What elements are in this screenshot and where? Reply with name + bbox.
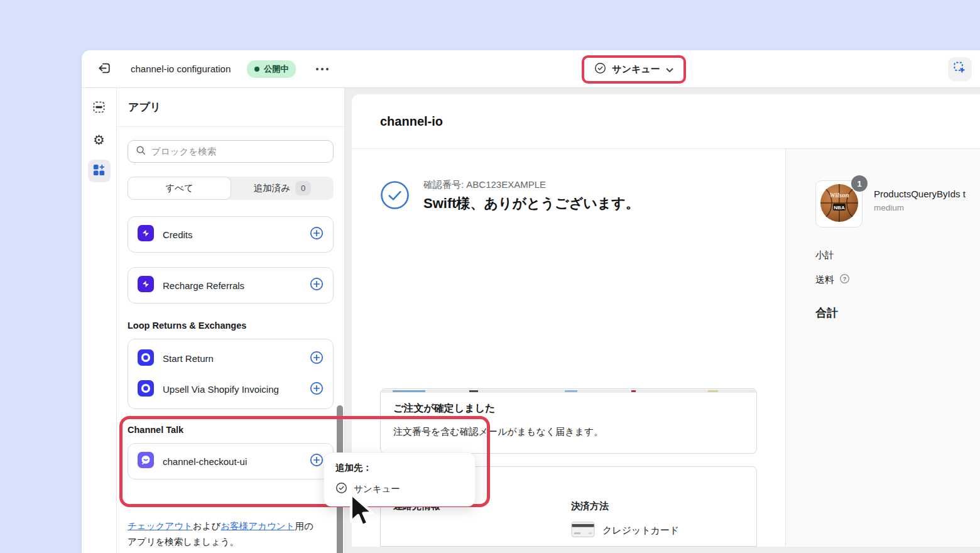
checkout-link[interactable]: チェックアウト (128, 521, 193, 531)
block-card-channel: channel-checkout-ui (128, 443, 334, 479)
recharge-app-icon (138, 276, 154, 295)
payment-method-heading: 決済方法 (571, 500, 609, 512)
block-label: channel-checkout-ui (163, 456, 301, 467)
subtotal-row: 小計 (815, 249, 834, 261)
shipping-row: 送料 ? (815, 273, 850, 286)
add-block-icon[interactable] (310, 351, 324, 367)
channel-talk-app-icon (138, 452, 154, 471)
add-block-icon[interactable] (310, 381, 324, 398)
block-label: Credits (163, 229, 301, 240)
add-block-icon[interactable] (310, 277, 324, 293)
block-card-credits: Credits (128, 216, 334, 253)
exit-icon (97, 61, 112, 77)
check-circle-icon (594, 62, 606, 77)
credit-card-icon (571, 521, 595, 540)
block-search[interactable] (128, 140, 334, 163)
total-row: 合計 (815, 305, 838, 320)
filter-tabs: すべて 追加済み 0 (128, 177, 334, 200)
add-block-icon[interactable] (310, 226, 324, 243)
editor-window: channel-io configuration 公開中 サンキュー (82, 50, 980, 553)
screen: channel-io configuration 公開中 サンキュー (0, 0, 980, 553)
sections-icon (93, 101, 105, 115)
settings-nav-button[interactable]: ⚙ (88, 128, 111, 151)
status-dot-icon (254, 67, 259, 72)
chevron-down-icon (666, 64, 673, 75)
order-confirmed-body: 注文番号を含む確認メールがまもなく届きます。 (393, 426, 756, 438)
page-selector-dropdown[interactable]: サンキュー (582, 55, 686, 84)
help-icon[interactable]: ? (839, 273, 850, 286)
exit-button[interactable] (93, 58, 116, 80)
svg-text:NBA: NBA (834, 205, 845, 211)
sections-nav-button[interactable] (88, 97, 111, 119)
product-title: ProductsQueryByIds t (874, 189, 966, 199)
loop-app-icon (138, 349, 154, 368)
map-preview-sliver (381, 390, 756, 393)
tab-added[interactable]: 追加済み 0 (231, 177, 334, 200)
svg-text:Wilson: Wilson (829, 191, 849, 199)
block-row-recharge-referrals[interactable]: Recharge Referrals (128, 268, 333, 303)
order-confirmed-check-icon (380, 180, 410, 212)
apps-icon (93, 164, 106, 178)
added-count-badge: 0 (295, 181, 311, 195)
page-selector-label: サンキュー (612, 63, 660, 75)
inspect-icon (954, 62, 967, 77)
svg-text:?: ? (843, 276, 846, 282)
top-bar: channel-io configuration 公開中 サンキュー (82, 50, 980, 88)
block-row-channel-checkout-ui[interactable]: channel-checkout-ui (128, 444, 333, 479)
block-label: Upsell Via Shopify Invoicing (163, 384, 301, 395)
sidebar-heading: アプリ (117, 88, 344, 127)
sidebar-footer-text: チェックアウトおよびお客様アカウント用の アプリを検索しましょう。 (128, 518, 334, 550)
block-row-start-return[interactable]: Start Return (128, 343, 333, 374)
search-icon (136, 145, 146, 158)
line-item: Wilson NBA 1 ProductsQueryByIds t (815, 180, 980, 227)
order-summary-panel: Wilson NBA 1 ProductsQueryByIds t (785, 149, 980, 547)
overflow-menu-icon[interactable] (316, 68, 329, 70)
recharge-app-icon (138, 225, 154, 244)
tab-all[interactable]: すべて (128, 177, 231, 200)
confirmation-number: 確認番号: ABC123EXAMPLE (423, 179, 640, 191)
block-label: Start Return (163, 353, 301, 364)
block-row-upsell[interactable]: Upsell Via Shopify Invoicing (128, 374, 333, 405)
tooltip-title: 追加先： (335, 462, 464, 474)
product-variant: medium (874, 203, 966, 212)
left-rail: ⚙ (82, 88, 117, 553)
block-row-credits[interactable]: Credits (128, 217, 333, 252)
add-block-icon[interactable] (310, 453, 324, 469)
inspect-element-button[interactable] (948, 57, 972, 81)
apps-nav-button[interactable] (88, 160, 111, 182)
check-circle-icon (335, 482, 347, 496)
search-input[interactable] (151, 146, 325, 156)
gear-icon: ⚙ (93, 133, 105, 146)
block-card-loop: Start Return Upsell Via Shopify Invoicin… (128, 339, 334, 409)
order-confirmed-title: ご注文が確定しました (393, 402, 756, 415)
thank-you-heading: Swift様、ありがとうございます。 (423, 194, 640, 213)
product-thumbnail: Wilson NBA 1 (815, 180, 863, 227)
loop-app-icon (138, 380, 154, 399)
mouse-cursor-icon (347, 491, 374, 532)
preview-app-title: channel-io (352, 94, 980, 149)
status-badge: 公開中 (247, 60, 296, 78)
section-heading-channel-talk: Channel Talk (128, 425, 334, 435)
customer-account-link[interactable]: お客様アカウント (220, 521, 295, 531)
block-label: Recharge Referrals (163, 280, 301, 291)
block-card-recharge: Recharge Referrals (128, 267, 334, 304)
payment-method-value: クレジットカード (602, 525, 679, 537)
quantity-badge: 1 (851, 175, 868, 192)
apps-sidebar: アプリ すべて 追加済み 0 (117, 88, 345, 553)
document-title: channel-io configuration (131, 63, 231, 74)
order-confirmed-box: ご注文が確定しました 注文番号を含む確認メールがまもなく届きます。 (380, 388, 757, 454)
section-heading-loop: Loop Returns & Exchanges (128, 320, 334, 331)
